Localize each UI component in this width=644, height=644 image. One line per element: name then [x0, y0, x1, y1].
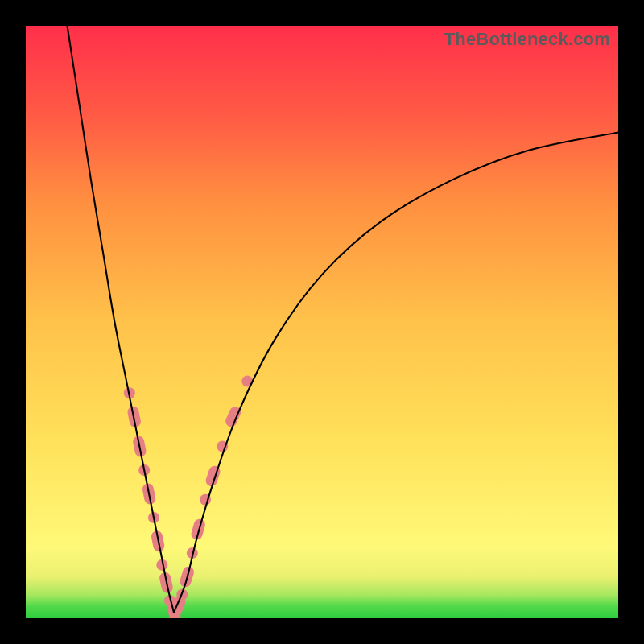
plot-area: TheBottleneck.com [26, 26, 618, 618]
marker-layer [124, 376, 253, 618]
chart-svg [26, 26, 618, 618]
chart-frame: TheBottleneck.com [0, 0, 644, 644]
left-branch-curve [68, 26, 174, 613]
marker-lozenge [190, 518, 206, 541]
right-branch-curve [174, 132, 618, 612]
